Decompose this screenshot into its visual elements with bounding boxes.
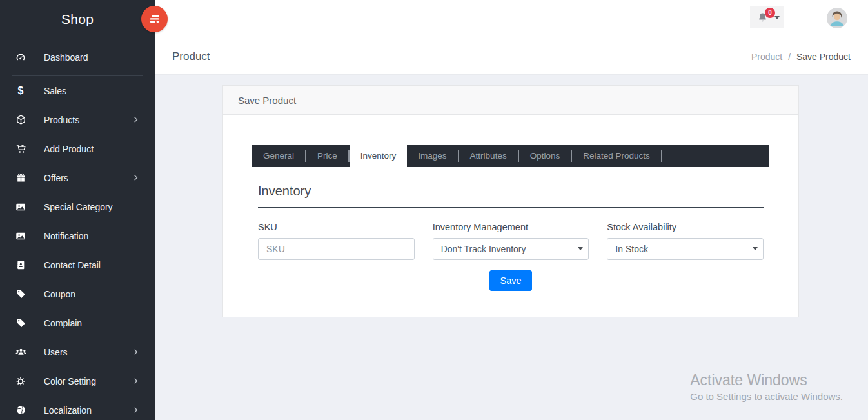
chevron-right-icon — [132, 406, 139, 414]
tab-images[interactable]: Images — [407, 145, 457, 167]
sidebar-item-label: Contact Detail — [44, 260, 101, 270]
sidebar-item-label: Special Category — [44, 202, 113, 212]
tab-price[interactable]: Price — [306, 145, 348, 167]
page-title: Product — [172, 50, 210, 63]
breadcrumb-parent[interactable]: Product — [751, 52, 782, 62]
top-navbar: 0 — [155, 0, 868, 39]
watermark-title: Activate Windows — [690, 372, 843, 389]
main-content: Save Product General Price Inventory Ima… — [155, 75, 868, 420]
gear-icon — [14, 376, 27, 386]
product-tabs: General Price Inventory Images Attribute… — [252, 145, 769, 167]
sidebar-item-label: Sales — [44, 86, 66, 96]
sku-input[interactable] — [258, 238, 415, 260]
tag-icon — [14, 288, 27, 299]
notification-count-badge: 0 — [765, 8, 775, 18]
brand-title: Shop — [0, 0, 155, 39]
sidebar-item-color-setting[interactable]: Color Setting — [0, 366, 155, 395]
sidebar-item-label: Color Setting — [44, 376, 96, 386]
panel-title: Save Product — [223, 86, 798, 115]
tab-separator — [661, 150, 662, 162]
tab-inventory[interactable]: Inventory — [350, 145, 408, 167]
inventory-management-label: Inventory Management — [433, 222, 589, 232]
sidebar-item-label: Dashboard — [44, 52, 88, 63]
sidebar-item-coupon[interactable]: Coupon — [0, 279, 155, 308]
watermark-subtitle: Go to Settings to activate Windows. — [690, 391, 843, 402]
chevron-right-icon — [132, 377, 139, 385]
panel-body: General Price Inventory Images Attribute… — [223, 115, 798, 317]
sidebar-item-dashboard[interactable]: Dashboard — [0, 39, 155, 75]
section-divider — [258, 207, 764, 208]
sidebar-item-offers[interactable]: Offers — [0, 163, 155, 192]
sidebar-item-notification[interactable]: Notification — [0, 221, 155, 250]
sidebar-item-label: Coupon — [44, 289, 75, 299]
sidebar-toggle-button[interactable] — [141, 6, 168, 32]
globe-icon — [14, 405, 27, 415]
inventory-management-group: Inventory Management Don't Track Invento… — [433, 222, 589, 260]
caret-down-icon — [774, 16, 780, 19]
tab-general[interactable]: General — [252, 145, 305, 167]
sidebar-item-label: Localization — [44, 405, 92, 415]
stock-availability-label: Stock Availability — [607, 222, 764, 232]
sidebar-item-label: Notification — [44, 231, 88, 241]
sidebar: Shop Dashboard $ Sales Products Add Prod… — [0, 0, 155, 420]
section-title: Inventory — [258, 184, 764, 199]
sidebar-item-localization[interactable]: Localization — [0, 395, 155, 420]
breadcrumb: Product / Save Product — [751, 52, 851, 62]
sidebar-item-contact-detail[interactable]: Contact Detail — [0, 250, 155, 279]
sidebar-item-label: Complain — [44, 318, 82, 328]
menu-icon — [149, 14, 161, 25]
address-book-icon — [14, 260, 27, 270]
cube-icon — [14, 114, 27, 125]
tag-icon — [14, 317, 27, 328]
user-avatar[interactable] — [827, 8, 847, 28]
users-icon — [14, 346, 27, 358]
sidebar-item-add-product[interactable]: Add Product — [0, 134, 155, 163]
add-product-icon — [14, 143, 27, 154]
sidebar-item-label: Add Product — [44, 144, 94, 154]
sidebar-item-label: Users — [44, 347, 68, 357]
sidebar-item-complain[interactable]: Complain — [0, 308, 155, 337]
chevron-right-icon — [132, 116, 139, 123]
sku-label: SKU — [258, 222, 415, 232]
image-icon — [14, 201, 27, 213]
save-row: Save — [258, 270, 764, 291]
inventory-tab-content: Inventory SKU Inventory Management Don't… — [252, 184, 769, 291]
page-header: Product Product / Save Product — [155, 39, 868, 75]
save-button[interactable]: Save — [489, 270, 531, 291]
breadcrumb-current: Save Product — [796, 52, 851, 62]
chevron-right-icon — [132, 174, 139, 181]
dashboard-icon — [14, 52, 27, 63]
sidebar-item-special-category[interactable]: Special Category — [0, 192, 155, 221]
inventory-form-row: SKU Inventory Management Don't Track Inv… — [258, 222, 764, 260]
sidebar-item-label: Offers — [44, 173, 68, 183]
tab-related-products[interactable]: Related Products — [572, 145, 661, 167]
image-icon — [14, 230, 27, 242]
sidebar-item-sales[interactable]: $ Sales — [0, 76, 155, 105]
stock-availability-group: Stock Availability In Stock — [607, 222, 764, 260]
save-product-panel: Save Product General Price Inventory Ima… — [222, 85, 799, 317]
sidebar-item-products[interactable]: Products — [0, 105, 155, 134]
dollar-icon: $ — [14, 85, 27, 97]
windows-activation-watermark: Activate Windows Go to Settings to activ… — [690, 372, 843, 402]
tab-attributes[interactable]: Attributes — [459, 145, 518, 167]
chevron-right-icon — [132, 348, 139, 355]
gift-icon — [14, 172, 27, 183]
notifications-dropdown[interactable]: 0 — [750, 6, 784, 28]
breadcrumb-separator: / — [788, 52, 791, 62]
sku-field-group: SKU — [258, 222, 415, 260]
sidebar-item-label: Products — [44, 115, 79, 125]
stock-availability-select[interactable]: In Stock — [607, 238, 764, 260]
tab-options[interactable]: Options — [519, 145, 571, 167]
sidebar-item-users[interactable]: Users — [0, 337, 155, 366]
inventory-management-select[interactable]: Don't Track Inventory — [433, 238, 589, 260]
